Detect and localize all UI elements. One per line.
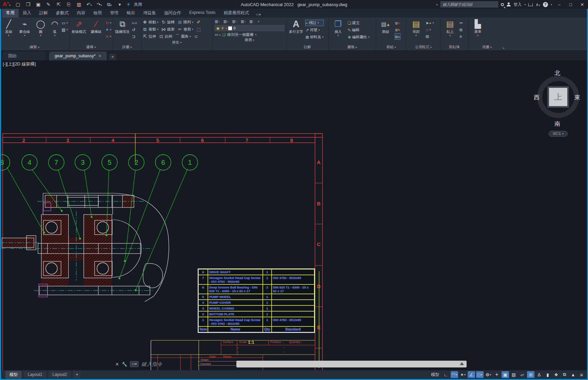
ribbon-tab-1[interactable]: 插入	[19, 9, 35, 18]
calculator-button[interactable]: ⊞	[426, 34, 434, 39]
line-button[interactable]: ╱直線▾	[1, 19, 16, 38]
selection-cycling-toggle[interactable]: ▣	[502, 371, 509, 378]
balloon-7[interactable]: 7	[48, 155, 64, 170]
layer-tools-arrow-icon[interactable]: ▾	[258, 20, 259, 23]
customization-menu[interactable]: ≡	[578, 371, 585, 378]
command-close-icon[interactable]: ✕	[115, 362, 119, 367]
layer-on-icon[interactable]: ◉	[216, 26, 220, 31]
viewcube-south[interactable]: 南	[554, 120, 560, 128]
base-view-button[interactable]: ▙基準▾	[470, 19, 486, 38]
viewcube-top-face[interactable]: 上	[549, 88, 567, 106]
workspace-model-label[interactable]: 模型	[431, 372, 439, 378]
ribbon-tab-11[interactable]: 精選應用程式	[220, 9, 253, 18]
wcs-menu[interactable]: WCS▾	[549, 131, 568, 137]
selection-filter-toggle[interactable]: ▱	[518, 371, 526, 378]
ortho-angle-toggle[interactable]: ∠	[468, 371, 475, 378]
snap-tracking-toggle[interactable]: ✶▾	[459, 371, 467, 378]
layout2-tab[interactable]: Layout2	[48, 371, 71, 378]
ribbon-tab-10[interactable]: Express Tools	[185, 9, 220, 18]
panel-label-layer[interactable]: 圖層 ▾	[213, 37, 286, 43]
ribbon-tab-6[interactable]: 管理	[106, 9, 123, 18]
new-file-button[interactable]: ▢	[15, 2, 21, 7]
edit-block-button[interactable]: ✎編輯	[348, 27, 370, 33]
maximize-button[interactable]: □	[566, 2, 575, 7]
ribbon-tab-8[interactable]: 增益集	[139, 9, 160, 18]
layer-color-swatch[interactable]	[228, 26, 232, 30]
trim-button[interactable]: ✂修剪▾	[176, 26, 194, 33]
search-input[interactable]	[440, 1, 498, 7]
symbol-button[interactable]: ↗符號▾	[306, 27, 324, 33]
panel-label-view[interactable]: 視圖 ▾	[468, 44, 506, 50]
rotate-button[interactable]: ↻旋轉	[160, 19, 176, 25]
hidden-situation-button[interactable]: ⧉隱藏情況	[114, 19, 131, 34]
fillet-button[interactable]: ⌒圓角▾	[174, 33, 192, 40]
workspace-switch-status[interactable]: ❖	[552, 371, 560, 378]
ribbon-tab-7[interactable]: 輸出	[123, 9, 139, 18]
ribbon-tab-2[interactable]: 註解	[35, 9, 52, 18]
qat-more-button[interactable]: ▾	[116, 2, 123, 7]
viewcube[interactable]: 北 南 西 東 上 WCS▾	[534, 71, 582, 135]
drawing-canvas[interactable]: 2345678ABCDE	[0, 60, 588, 370]
sign-in-arrow-icon[interactable]: ▾	[524, 3, 526, 6]
command-input[interactable]: 鍵入指令	[141, 361, 162, 367]
crosshair-toggle[interactable]: +	[493, 371, 501, 378]
polar-tracking-toggle[interactable]: ◠▾	[451, 371, 458, 378]
layer-combo[interactable]: ◉ ☀ ▪ 0	[215, 25, 284, 31]
polyline-button[interactable]: ⌁聚合線▾	[17, 19, 32, 38]
dimension-button[interactable]: ⌐標註▾	[306, 20, 324, 26]
insert-block-button[interactable]: ❐插入▾	[330, 19, 346, 38]
help-arrow-icon[interactable]: ▾	[551, 3, 552, 6]
panel-label-block[interactable]: 圖塊 ▾	[329, 44, 376, 50]
copy-clip-button[interactable]: ⧉	[459, 27, 463, 33]
panel-label-construct[interactable]: 建構 ▾	[70, 44, 113, 50]
ribbon-tab-4[interactable]: 內容	[73, 9, 90, 18]
search-icon[interactable]	[501, 3, 504, 6]
move-to-layer-button[interactable]: 移到另一個圖層	[227, 32, 253, 37]
panel-label-draw[interactable]: 繪製 ▾	[0, 44, 69, 50]
command-customize-icon[interactable]: 🔧	[122, 362, 127, 367]
construction-line-button[interactable]: ∕建構線	[88, 19, 104, 34]
ribbon-tab-3[interactable]: 參數式	[52, 9, 73, 18]
balloon-1[interactable]: 1	[182, 155, 198, 170]
annotation-scale-button[interactable]: ▮	[544, 371, 551, 378]
balloon-2[interactable]: 2	[129, 155, 144, 170]
scale-button[interactable]: ⊡比例	[158, 33, 173, 40]
search-collapse-icon[interactable]: ▸	[436, 3, 438, 6]
layer-isolate-icon[interactable]: ≣◦	[241, 19, 246, 24]
circle-button[interactable]: ◯圓▾	[33, 19, 48, 38]
measure-button[interactable]: ▤等距▾	[408, 19, 424, 38]
ribbon-tab-extra-icon[interactable]: ▭▾	[256, 13, 261, 16]
clean-screen-toggle[interactable]: ⧉	[561, 371, 568, 378]
create-block-button[interactable]: ❏建立	[348, 20, 370, 26]
quick-select-button[interactable]: ➤✦▾	[426, 20, 434, 26]
lock-ui-toggle[interactable]: ⊞	[527, 371, 534, 378]
edit-attributes-button[interactable]: ❖編輯屬性▾	[348, 34, 370, 40]
panel-label-annotate[interactable]: 註解	[287, 44, 328, 50]
file-tab-start[interactable]: 開始	[3, 52, 45, 60]
balloon-4[interactable]: 4	[22, 155, 37, 170]
construction-erase-button[interactable]: ✕▾	[105, 34, 111, 39]
new-drawing-tab-button[interactable]: +	[109, 54, 116, 60]
undo-button[interactable]: ↶▾	[86, 2, 93, 7]
minimize-button[interactable]: –	[555, 2, 564, 7]
close-button[interactable]: ✕	[578, 2, 587, 7]
balloon-5[interactable]: 5	[102, 155, 117, 170]
workspace-switch-button[interactable]: ⧉▾	[106, 2, 113, 7]
balloon-3[interactable]: 3	[75, 155, 91, 170]
detail-clip-button[interactable]: ⊐	[132, 34, 137, 39]
share-button[interactable]: 共用	[134, 2, 142, 7]
array-button[interactable]: ⊞陣列▾	[176, 19, 194, 25]
ungroup-button[interactable]: ⧈✕	[395, 20, 400, 26]
layer-unisolate-icon[interactable]: ≣◦	[249, 19, 255, 24]
cut-button[interactable]: ✂	[459, 20, 463, 26]
help-icon[interactable]: ?	[543, 2, 548, 7]
ribbon-tab-5[interactable]: 檢視	[90, 9, 106, 18]
balloon-8[interactable]: 8	[0, 155, 10, 170]
viewport-controls[interactable]: [-][上][2D 線架構]	[3, 61, 36, 67]
arc-button[interactable]: ◠弧▾	[49, 19, 60, 38]
viewcube-north[interactable]: 北	[554, 69, 560, 77]
hatch-button[interactable]: ▨▾	[62, 27, 68, 33]
construction-fill-button[interactable]: ✦▾	[105, 27, 111, 33]
new-layout-button[interactable]: +	[73, 371, 81, 378]
save-as-button[interactable]: ✎	[45, 2, 52, 7]
